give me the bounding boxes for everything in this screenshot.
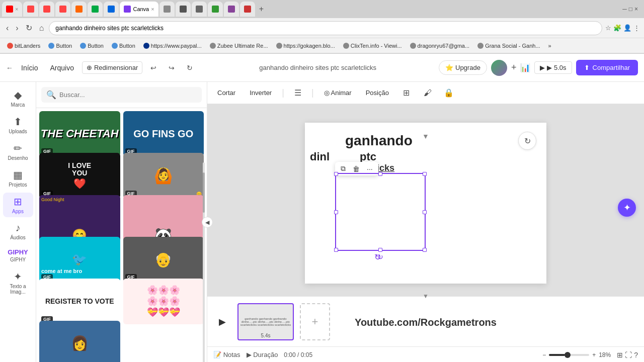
bookmark-paypal[interactable]: https://www.paypal...	[140, 42, 205, 50]
bookmark-zubee[interactable]: Zubee Ultimate Re...	[207, 42, 271, 50]
bookmark-bitlanders[interactable]: bitLanders	[4, 42, 43, 50]
tab-5[interactable]	[71, 2, 87, 17]
tab-12[interactable]	[224, 2, 239, 17]
gif-item-comeat[interactable]: 🐦 come at me bro GIF	[39, 237, 120, 282]
duration-button[interactable]: ▶ Duração	[247, 351, 278, 358]
tab-7[interactable]	[104, 2, 119, 17]
scrollbar-thumb[interactable]	[203, 172, 205, 213]
forward-button[interactable]: ›	[14, 23, 20, 34]
gif-item-oldman[interactable]: 👴 GIF	[123, 237, 204, 282]
play-timeline-button[interactable]: ▶	[213, 313, 231, 331]
tab-canva[interactable]: Canva ×	[120, 2, 158, 17]
new-tab-button[interactable]: +	[256, 5, 267, 14]
redo-button[interactable]: ↪	[165, 61, 179, 75]
avatar[interactable]	[491, 60, 507, 76]
fullscreen-button[interactable]: ⛶	[625, 351, 632, 359]
more-button[interactable]: ⋮	[633, 24, 640, 32]
tab-9[interactable]	[176, 2, 191, 17]
tab-close[interactable]: ×	[15, 6, 18, 12]
bookmark-more[interactable]: »	[545, 42, 554, 50]
maximize-button[interactable]: □	[629, 6, 632, 13]
home-button[interactable]: ⌂	[37, 23, 46, 34]
tab-10[interactable]	[192, 2, 207, 17]
sidebar-item-text-to-image[interactable]: ✦ Texto a Imag...	[3, 267, 33, 298]
refresh-button[interactable]: ↻	[518, 132, 536, 150]
slide-thumbnail[interactable]: ganhando ganhando ganhandodinhe.....ptc …	[237, 303, 294, 340]
sidebar-item-audios[interactable]: ♪ Áudios	[3, 219, 33, 243]
slider-track[interactable]	[549, 354, 589, 356]
profile-button[interactable]: 👤	[623, 24, 631, 32]
minimize-button[interactable]: ─	[622, 6, 627, 13]
gif-item-cheetah[interactable]: THE CHEETAH GIF	[39, 111, 120, 156]
handle-top-mid[interactable]	[378, 172, 382, 176]
checker-button[interactable]: ⊞	[399, 85, 414, 101]
tab-11[interactable]	[208, 2, 223, 17]
slider-thumb[interactable]	[565, 352, 571, 358]
handle-bot-mid[interactable]	[378, 248, 382, 252]
save-button[interactable]: ↻	[183, 61, 197, 75]
handle-top-right[interactable]	[423, 172, 427, 176]
search-input[interactable]	[59, 91, 197, 99]
tab-6[interactable]	[88, 2, 103, 17]
panel-collapse-button[interactable]: ◀	[202, 217, 213, 228]
address-bar[interactable]	[49, 21, 602, 35]
reload-button[interactable]: ↻	[24, 22, 34, 34]
handle-mid-left[interactable]	[334, 210, 338, 214]
brush-button[interactable]: 🖌	[420, 85, 435, 101]
gif-item-blue[interactable]: 👩	[39, 321, 120, 362]
sidebar-item-projetos[interactable]: ▦ Projetos	[3, 166, 33, 191]
help-button[interactable]: ?	[634, 351, 638, 359]
inicio-button[interactable]: Início	[17, 62, 42, 74]
bookmark-dragon[interactable]: dragonryu67@gma...	[407, 42, 473, 50]
gif-item-person[interactable]: 🙆 GIF 😊	[123, 153, 204, 198]
handle-mid-right[interactable]	[423, 210, 427, 214]
handle-top-left[interactable]	[334, 172, 338, 176]
gif-item-loveyou2[interactable]: 🌸🌸🌸🌸🌸🌸💝💝💝	[123, 279, 204, 324]
bookmark-grana[interactable]: Grana Social - Ganh...	[474, 42, 543, 50]
undo-button[interactable]: ↩	[146, 61, 160, 75]
back-button[interactable]: ‹	[4, 23, 11, 34]
handle-bot-left[interactable]	[334, 248, 338, 252]
back-to-home-button[interactable]: ←	[6, 64, 13, 72]
bookmark-gokagen[interactable]: https://gokagen.blo...	[273, 42, 338, 50]
grid-view-button[interactable]: ⊞	[617, 351, 623, 359]
sidebar-item-marca[interactable]: ◆ Marca	[3, 86, 33, 111]
posicao-button[interactable]: Posição	[362, 87, 393, 99]
notes-button[interactable]: 📝 Notas	[213, 351, 240, 358]
extensions-button[interactable]: 🧩	[613, 24, 621, 32]
redimensionar-button[interactable]: ⊕ Redimensionar	[82, 61, 142, 74]
gif-item-vote[interactable]: REGISTER TO VOTE GIF	[39, 279, 120, 324]
menu-icon-button[interactable]: ☰	[290, 85, 305, 101]
lock-button[interactable]: 🔒	[441, 85, 456, 101]
sidebar-item-uploads[interactable]: ⬆ Uploads	[3, 113, 33, 137]
share-button[interactable]: ⬆ Compartilhar	[576, 60, 638, 75]
gif-item-heart[interactable]: ··· I LOVEYOU ❤️ GIF	[39, 153, 120, 198]
sidebar-item-apps[interactable]: ⊞ Apps	[3, 193, 33, 217]
handle-bot-right[interactable]	[423, 248, 427, 252]
close-window-button[interactable]: ×	[634, 6, 638, 13]
tab-4[interactable]	[55, 2, 70, 17]
tab-3[interactable]	[39, 2, 54, 17]
animar-button[interactable]: ◎ Animar	[320, 87, 356, 99]
inverter-button[interactable]: Inverter	[246, 87, 276, 99]
add-slide-button[interactable]: +	[300, 303, 330, 340]
tab-close-active[interactable]: ×	[151, 6, 154, 12]
bookmark-clixten[interactable]: ClixTen.info - Viewi...	[340, 42, 405, 50]
selected-element[interactable]: ↻	[335, 173, 426, 251]
cortar-button[interactable]: Cortar	[213, 87, 239, 99]
canvas-slide[interactable]: ↻ ganhando dinl ptc scarletclicks ⧉ 🗑 ··…	[305, 123, 546, 284]
magic-button[interactable]: ✦	[618, 199, 636, 217]
bookmark-button-3[interactable]: Button	[109, 42, 138, 50]
gif-item-fins[interactable]: GO FINS GO GIF	[123, 111, 204, 156]
tab-2[interactable]	[23, 2, 38, 17]
arquivo-button[interactable]: Arquivo	[46, 62, 77, 74]
analytics-button[interactable]: 📊	[520, 63, 530, 72]
preview-button[interactable]: ▶ ▶ 5.0s	[534, 61, 572, 74]
add-collaborator-button[interactable]: +	[511, 62, 517, 73]
bookmark-button-2[interactable]: Button	[77, 42, 107, 50]
bookmark-star-button[interactable]: ☆	[605, 24, 611, 32]
sidebar-item-giphy[interactable]: GIPHY GIPHY	[3, 245, 33, 265]
bookmark-button-1[interactable]: Button	[45, 42, 75, 50]
tab-13[interactable]	[240, 2, 255, 17]
tab-1[interactable]: ×	[2, 2, 22, 17]
